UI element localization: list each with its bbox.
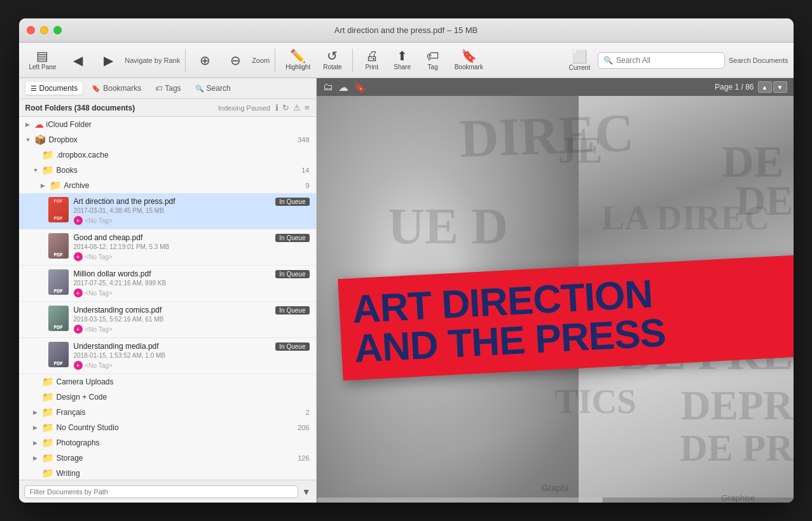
pdf-tag-add-icon-4[interactable]: + (74, 325, 83, 334)
search-input[interactable] (616, 56, 719, 65)
rotate-label: Rotate (323, 64, 341, 71)
print-icon: 🖨 (366, 50, 378, 62)
documents-icon: ☰ (31, 85, 37, 93)
sidebar-item-camera-uploads[interactable]: 📁 Camera Uploads (19, 374, 316, 389)
pdf-item-good-cheap[interactable]: PDF Good and cheap.pdf In Queue 2014-08-… (19, 229, 316, 266)
pdf-tag-add-icon-2[interactable]: + (74, 252, 83, 261)
sidebar-item-design-code[interactable]: 📁 Design + Code (19, 389, 316, 405)
main-window: Art direction and the press.pdf – 15 MB … (19, 18, 794, 503)
pdf-viewer: 🗂 ☁ 🔖 Page 1 / 86 ▲ ▼ (317, 78, 794, 503)
no-country-studio-count: 206 (298, 424, 309, 431)
indexing-status: Indexing Paused (218, 104, 270, 112)
info-icon[interactable]: ℹ (275, 103, 279, 112)
books-folder-icon: 📁 (42, 165, 54, 176)
refresh-icon[interactable]: ↻ (282, 103, 289, 112)
chevron-down-icon: ▼ (25, 137, 32, 143)
share-icon: ⬆ (397, 50, 408, 62)
pdf-tag-add-icon-3[interactable]: + (74, 288, 83, 297)
archive-count: 9 (305, 182, 309, 189)
sidebar-item-francais[interactable]: ▶ 📁 Français 2 (19, 405, 316, 420)
pdf-meta-comics: 2018-03-15, 5:52:16 AM, 61 MB (74, 316, 310, 323)
bg-text-direc: DIREC (458, 101, 635, 170)
sidebar-item-dropbox-cache[interactable]: 📁 .dropbox.cache (19, 147, 316, 163)
pdf-bottom-text1: Graphi (541, 483, 568, 493)
sidebar-item-photographs[interactable]: ▶ 📁 Photographs (19, 435, 316, 450)
pdf-tag-text: <No Tag> (85, 217, 113, 224)
viewer-page-up-button[interactable]: ▲ (758, 81, 772, 93)
sidebar-item-writing[interactable]: 📁 Writing (19, 466, 316, 480)
viewer-bookmark-icon[interactable]: 🔖 (354, 81, 366, 93)
pdf-thumb-million: PDF (48, 269, 69, 295)
dropbox-label: Dropbox (49, 135, 293, 144)
search-box[interactable]: 🔍 (598, 52, 725, 69)
current-label: Current (569, 64, 590, 71)
navigate-forward-button[interactable]: ▶ (94, 46, 122, 75)
rotate-icon: ↺ (327, 50, 338, 62)
close-button[interactable] (27, 26, 35, 34)
sidebar-item-dropbox[interactable]: ▼ 📦 Dropbox 348 (19, 132, 316, 147)
tab-search[interactable]: 🔍 Search (190, 82, 236, 95)
left-pane-button[interactable]: ▤ Left Pane (24, 46, 62, 75)
tab-documents[interactable]: ☰ Documents (25, 82, 83, 95)
tab-bookmarks[interactable]: 🔖 Bookmarks (86, 82, 146, 95)
toolbar: ▤ Left Pane ◀ ▶ Navigate by Rank ⊕ ⊖ Zoo… (19, 43, 794, 78)
bg-text-ladirec: LA DIREC (602, 198, 769, 238)
zoom-in-button[interactable]: ⊕ (191, 46, 219, 75)
minimize-button[interactable] (40, 26, 48, 34)
sidebar-item-books[interactable]: ▼ 📁 Books 14 (19, 163, 316, 178)
filter-options-icon[interactable]: ▼ (302, 487, 311, 497)
pdf-item-art-direction[interactable]: PDF Art direction and the press.pdf In Q… (19, 193, 316, 229)
share-button[interactable]: ⬆ Share (389, 46, 416, 75)
pdf-tag-add-icon-5[interactable]: + (74, 361, 83, 370)
tab-search-label: Search (207, 84, 231, 93)
pdf-name-row: Art direction and the press.pdf In Queue (74, 197, 310, 206)
sidebar-item-archive[interactable]: ▶ 📁 Archive 9 (19, 178, 316, 193)
tab-tags[interactable]: 🏷 Tags (150, 82, 186, 95)
menu-icon[interactable]: ≡ (305, 103, 310, 112)
sidebar-item-no-country-studio[interactable]: ▶ 📁 No Country Studio 206 (19, 420, 316, 435)
titlebar: Art direction and the press.pdf – 15 MB (19, 18, 794, 43)
viewer-page-nav: ▲ ▼ (758, 81, 787, 93)
pdf-info-media: Understanding media.pdf In Queue 2018-01… (74, 342, 310, 370)
maximize-button[interactable] (53, 26, 62, 34)
viewer-folder-icon[interactable]: 🗂 (323, 81, 333, 93)
pdf-meta-art-direction: 2017-03-31, 4:38:45 PM, 15 MB (74, 207, 310, 214)
horizontal-scrollbar[interactable] (317, 497, 794, 503)
pdf-item-million-dollar[interactable]: PDF Million dollar words.pdf In Queue 20… (19, 266, 316, 302)
rotate-button[interactable]: ↺ Rotate (318, 46, 347, 75)
bookmark-button[interactable]: 🔖 Bookmark (450, 46, 488, 75)
viewer-page-label: Page 1 / 86 (715, 83, 754, 91)
archive-label: Archive (64, 181, 301, 190)
bookmark-label: Bookmark (455, 64, 483, 71)
sidebar-header: Root Folders (348 documents) Indexing Pa… (19, 99, 316, 117)
filter-input[interactable] (24, 485, 298, 498)
current-view-button[interactable]: ⬜ Current (569, 49, 590, 71)
bg-text-je: JE (558, 128, 602, 172)
pdf-tag-add-icon[interactable]: + (74, 216, 83, 225)
no-country-studio-icon: 📁 (42, 422, 54, 433)
tag-button[interactable]: 🏷 Tag (419, 46, 447, 75)
francais-count: 2 (305, 409, 309, 416)
pdf-name-row-5: Understanding media.pdf In Queue (74, 342, 310, 351)
sidebar-content: ▶ ☁ iCloud Folder ▼ 📦 Dropbox 348 📁 .dro… (19, 117, 316, 480)
navigate-back-button[interactable]: ◀ (64, 46, 92, 75)
highlight-button[interactable]: ✏️ Highlight (280, 46, 315, 75)
tab-documents-label: Documents (39, 84, 78, 93)
bookmark-icon: 🔖 (461, 50, 477, 62)
pdf-name-good-cheap: Good and cheap.pdf (74, 233, 143, 242)
viewer-cloud-icon[interactable]: ☁ (338, 81, 348, 93)
sidebar-item-icloud[interactable]: ▶ ☁ iCloud Folder (19, 117, 316, 132)
sidebar-item-storage[interactable]: ▶ 📁 Storage 126 (19, 450, 316, 466)
camera-uploads-label: Camera Uploads (57, 377, 310, 386)
scrollbar-thumb[interactable] (317, 497, 603, 503)
forward-icon: ▶ (104, 54, 113, 67)
pdf-tag-text-2: <No Tag> (85, 254, 113, 260)
pdf-item-understanding-media[interactable]: PDF Understanding media.pdf In Queue 201… (19, 338, 316, 374)
zoom-out-button[interactable]: ⊖ (221, 46, 249, 75)
print-button[interactable]: 🖨 Print (358, 46, 386, 75)
warning-icon[interactable]: ⚠ (293, 103, 301, 112)
pdf-meta-million: 2017-07-25, 4:21:16 AM, 899 KB (74, 280, 310, 287)
pdf-item-understanding-comics[interactable]: PDF Understanding comics.pdf In Queue 20… (19, 302, 316, 338)
viewer-page-down-button[interactable]: ▼ (773, 81, 787, 93)
bg-text-depr2: DE PR (680, 426, 793, 470)
